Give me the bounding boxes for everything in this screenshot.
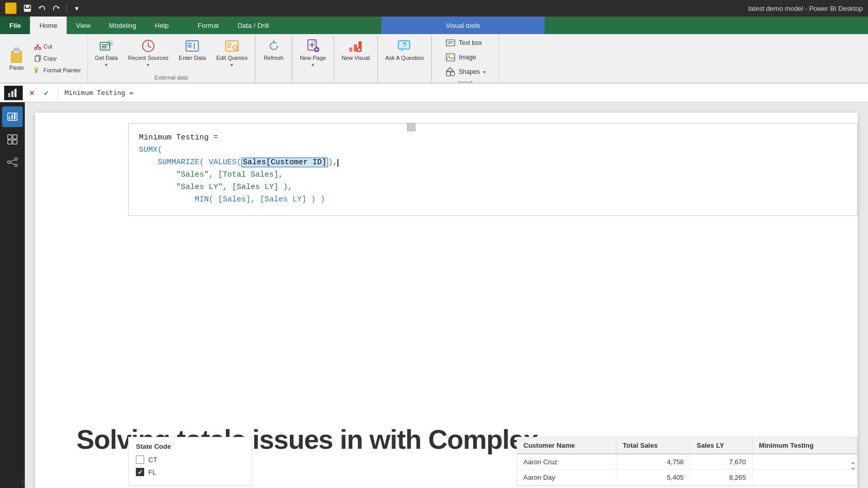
- copy-button[interactable]: Copy: [31, 53, 84, 64]
- insert-group: Text box Image: [432, 34, 499, 83]
- ribbon-tabs-row: Visual tools File Home View Modeling Hel…: [0, 17, 868, 34]
- formula-line-3: SUMMARIZE( VALUES(Sales[Customer ID]),: [139, 156, 847, 169]
- col-header-sales-ly[interactable]: Sales LY: [690, 437, 752, 454]
- cut-button[interactable]: Cut: [31, 41, 84, 52]
- image-button[interactable]: Image: [442, 51, 479, 64]
- svg-marker-49: [401, 49, 403, 52]
- tab-format[interactable]: Format: [189, 17, 228, 34]
- format-painter-button[interactable]: Format Painter: [31, 65, 84, 76]
- data-table-container: Customer Name Total Sales Sales LY Minim…: [517, 437, 858, 486]
- svg-point-71: [15, 158, 18, 161]
- tab-help[interactable]: Help: [146, 17, 178, 34]
- formula-bar-text[interactable]: Minimum Testing =: [58, 89, 868, 97]
- get-data-button[interactable]: + Get Data ▾: [91, 36, 122, 73]
- tab-file[interactable]: File: [0, 17, 30, 34]
- svg-rect-2: [13, 4, 15, 12]
- sidebar-item-model[interactable]: [2, 152, 23, 172]
- resize-handle[interactable]: [407, 123, 415, 131]
- recent-sources-button[interactable]: Recent Sources ▾: [124, 36, 173, 73]
- svg-rect-68: [8, 140, 12, 144]
- cell-mintesting-0: [752, 454, 857, 470]
- svg-rect-0: [7, 8, 9, 12]
- ribbon-content: Paste Cut Copy: [0, 34, 868, 84]
- new-page-button[interactable]: New Page ▾: [296, 36, 330, 72]
- quick-access-dropdown[interactable]: ▾: [70, 2, 83, 15]
- filter-item-ct: CT: [136, 455, 244, 464]
- filter-label-fl: FL: [148, 468, 156, 476]
- save-button[interactable]: [21, 2, 34, 15]
- svg-rect-63: [9, 116, 10, 119]
- svg-rect-51: [446, 40, 455, 46]
- tab-view[interactable]: View: [67, 17, 100, 34]
- sidebar-item-data[interactable]: [2, 129, 23, 150]
- svg-rect-21: [102, 46, 106, 47]
- edit-queries-dropdown-arrow: ▾: [230, 62, 233, 68]
- formula-cancel-button[interactable]: ✕: [25, 86, 39, 100]
- svg-rect-56: [446, 72, 451, 76]
- refresh-label: .: [259, 74, 288, 82]
- text-box-button[interactable]: Text box: [442, 36, 485, 50]
- svg-rect-69: [13, 140, 17, 144]
- svg-point-72: [15, 164, 18, 167]
- formula-bar: ✕ ✓ Minimum Testing =: [0, 84, 868, 102]
- cell-salesly-0: 7,670: [690, 454, 752, 470]
- formula-editor[interactable]: Minimum Testing = SUMX( SUMMARIZE( VALUE…: [128, 123, 858, 216]
- clipboard-small-buttons: Cut Copy Format Painter: [31, 36, 84, 81]
- paste-button[interactable]: Paste: [3, 36, 30, 81]
- svg-rect-30: [227, 43, 231, 44]
- svg-rect-20: [102, 44, 108, 45]
- app-title: latest demo model - Power BI Desktop: [748, 5, 863, 12]
- title-bar: ▾ latest demo model - Power BI Desktop: [0, 0, 868, 17]
- page-canvas[interactable]: Minimum Testing = SUMX( SUMMARIZE( VALUE…: [35, 113, 858, 488]
- title-bar-actions: ▾: [21, 2, 83, 15]
- col-header-customer-name[interactable]: Customer Name: [517, 437, 616, 454]
- scroll-indicator: [850, 462, 856, 470]
- tab-home[interactable]: Home: [30, 17, 67, 34]
- svg-rect-4: [26, 5, 29, 8]
- data-table: Customer Name Total Sales Sales LY Minim…: [517, 437, 857, 485]
- formula-line-6: MIN( [Sales], [Sales LY] ) ): [139, 194, 847, 206]
- svg-rect-15: [35, 68, 38, 70]
- insert-buttons: Text box Image: [442, 36, 489, 78]
- formula-accept-button[interactable]: ✓: [39, 86, 54, 100]
- refresh-button[interactable]: Refresh: [259, 36, 288, 72]
- svg-marker-58: [446, 68, 454, 71]
- svg-point-70: [8, 161, 10, 164]
- svg-text:?: ?: [402, 41, 406, 49]
- undo-button[interactable]: [35, 2, 49, 15]
- edit-queries-button[interactable]: Edit Queries ▾: [212, 36, 252, 73]
- svg-rect-41: [349, 48, 352, 52]
- svg-rect-54: [446, 54, 455, 61]
- visual-tools-band: Visual tools: [381, 17, 545, 34]
- measure-icon: [4, 86, 23, 100]
- shapes-button[interactable]: Shapes ▾: [442, 65, 489, 78]
- formula-line-2: SUMX(: [139, 144, 847, 156]
- redo-button[interactable]: [50, 2, 63, 15]
- svg-rect-16: [36, 70, 37, 73]
- svg-rect-24: [186, 41, 198, 51]
- svg-rect-59: [8, 93, 10, 97]
- ask-question-button[interactable]: ? Ask A Question: [381, 36, 428, 72]
- enter-data-button[interactable]: Enter Data: [175, 36, 210, 73]
- refresh-group: Refresh .: [256, 34, 292, 83]
- svg-line-74: [10, 163, 15, 165]
- ribbon-wrapper: Visual tools File Home View Modeling Hel…: [0, 17, 868, 84]
- new-visual-button[interactable]: New Visual: [337, 36, 374, 72]
- tab-modeling[interactable]: Modeling: [100, 17, 146, 34]
- new-page-group: New Page ▾: [292, 34, 334, 83]
- svg-line-34: [237, 49, 238, 50]
- filter-checkbox-fl[interactable]: [136, 468, 144, 476]
- sidebar-item-report[interactable]: [2, 106, 23, 127]
- insert-label: Insert: [435, 80, 495, 84]
- filter-checkbox-ct[interactable]: [136, 455, 144, 464]
- col-header-min-testing[interactable]: Minimum Testing: [752, 437, 857, 454]
- svg-rect-14: [35, 56, 39, 61]
- external-data-label: External data: [91, 74, 252, 82]
- col-header-total-sales[interactable]: Total Sales: [616, 437, 690, 454]
- svg-rect-32: [227, 47, 230, 48]
- svg-rect-67: [13, 135, 17, 139]
- cell-name-0: Aaron Cruz: [517, 454, 616, 470]
- tab-data-drill[interactable]: Data / Drill: [228, 17, 278, 34]
- shapes-dropdown-arrow: ▾: [483, 69, 486, 75]
- svg-rect-64: [11, 115, 13, 119]
